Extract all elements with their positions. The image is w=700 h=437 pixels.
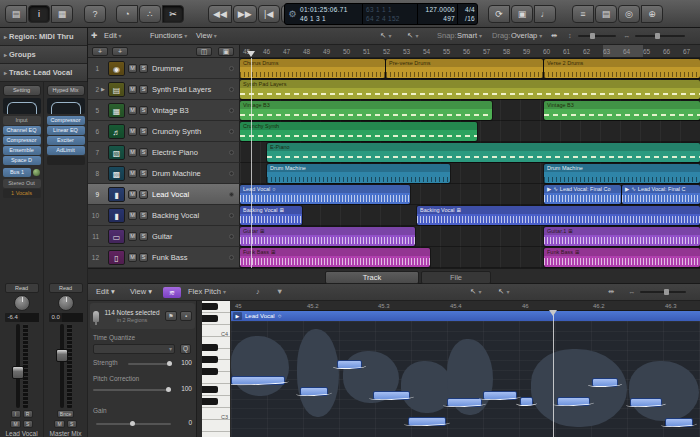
editors-button[interactable]: ✂ bbox=[162, 5, 184, 23]
settings-button[interactable]: ⊕ bbox=[641, 5, 663, 23]
mute-button[interactable]: M bbox=[10, 420, 20, 428]
track-mute-button[interactable]: M bbox=[128, 85, 137, 94]
inspector-button[interactable]: i bbox=[28, 5, 50, 23]
fx-slot-0[interactable]: Channel EQ bbox=[3, 126, 41, 135]
pitch-correction-slider[interactable] bbox=[93, 389, 171, 391]
region-vintage-b3[interactable]: Vintage B3 bbox=[240, 101, 492, 120]
pitch-note-0[interactable] bbox=[231, 376, 285, 385]
smart-controls-button[interactable]: ∴ bbox=[139, 5, 161, 23]
quick-help-button[interactable]: ? bbox=[84, 5, 106, 23]
input-slot[interactable]: Input bbox=[3, 116, 41, 125]
lcd-gear-icon[interactable]: ⚙ bbox=[285, 4, 300, 24]
take-play-icon[interactable]: ▶ bbox=[625, 185, 629, 193]
volume-fader[interactable] bbox=[60, 324, 64, 408]
track-header-guitar[interactable]: 11▭MSGuitar bbox=[88, 226, 240, 247]
region-funk-bass[interactable]: Funk Bass⊞ bbox=[544, 248, 700, 267]
cycle-button[interactable]: ⟳ bbox=[488, 5, 510, 23]
pitch-note-6[interactable] bbox=[483, 391, 517, 400]
black-key-1[interactable] bbox=[202, 315, 218, 322]
arrange-playhead[interactable] bbox=[251, 58, 252, 268]
eq-thumbnail[interactable] bbox=[47, 98, 85, 114]
channel-preset-button[interactable]: Hyped Mix bbox=[47, 85, 85, 96]
send-slot[interactable]: Bus 1 bbox=[3, 168, 31, 177]
track-header-crunchy-synth[interactable]: 6♬MSCrunchy Synth bbox=[88, 121, 240, 142]
take-comp-icon[interactable]: ∿ bbox=[553, 185, 558, 193]
region-synth-pad-layers[interactable]: Synth Pad Layers bbox=[240, 80, 700, 99]
region-play-icon[interactable]: ▶ bbox=[233, 312, 242, 320]
cmd-click-tool-menu[interactable]: ↖ ▾ bbox=[407, 28, 418, 44]
editor-ruler[interactable]: 4545.245.345.44646.246.3 bbox=[231, 301, 700, 311]
fx-slot-3[interactable]: Space D bbox=[3, 156, 41, 165]
add-track-button[interactable]: + bbox=[92, 47, 108, 56]
eq-thumbnail[interactable] bbox=[3, 98, 41, 114]
bar-ruler[interactable]: 4546474849505152535455565758596061626364… bbox=[240, 45, 700, 58]
record-enable-dot[interactable] bbox=[229, 150, 234, 155]
take-play-icon[interactable]: ▶ bbox=[547, 185, 551, 193]
selection-flag-button[interactable]: ⚑ bbox=[165, 311, 177, 321]
editor-zoom-slider[interactable] bbox=[640, 291, 686, 293]
pitch-note-3[interactable] bbox=[373, 391, 410, 400]
pitch-note-4[interactable] bbox=[408, 417, 446, 426]
menu-view[interactable]: View ▾ bbox=[196, 28, 217, 44]
track-mute-button[interactable]: M bbox=[128, 64, 137, 73]
playhead-marker[interactable] bbox=[247, 51, 255, 57]
automation-mode-button[interactable]: Read bbox=[49, 283, 83, 293]
track-header-funk-bass[interactable]: 12▯MSFunk Bass bbox=[88, 247, 240, 268]
time-quantize-dropdown[interactable]: ▾ bbox=[93, 344, 175, 354]
black-key-4[interactable] bbox=[202, 368, 218, 375]
region-drum-machine[interactable]: Drum Machine bbox=[544, 164, 700, 183]
output-slot[interactable]: Stereo Out bbox=[3, 179, 41, 188]
strength-slider[interactable] bbox=[128, 363, 172, 365]
pitch-note-9[interactable] bbox=[592, 378, 618, 387]
forward-button[interactable]: ▶▶ bbox=[233, 5, 257, 23]
black-key-3[interactable] bbox=[202, 356, 218, 363]
note-pads-button[interactable]: ▤ bbox=[595, 5, 617, 23]
strip-button-i[interactable]: I bbox=[11, 410, 21, 418]
region-lead-vocal[interactable]: Lead Vocal○ bbox=[240, 185, 410, 204]
track-solo-button[interactable]: S bbox=[139, 232, 148, 241]
library-button[interactable]: ▤ bbox=[5, 5, 27, 23]
editor-cmd-tool-menu[interactable]: ↖ ▾ bbox=[498, 284, 509, 300]
track-header-drummer[interactable]: 1◉MSDrummer bbox=[88, 58, 240, 79]
pitch-note-area[interactable] bbox=[231, 321, 700, 437]
pitch-note-8[interactable] bbox=[557, 397, 590, 406]
arrange-area[interactable]: Chorus DrumsPre-verse DrumsVerse 2 Drums… bbox=[240, 58, 700, 268]
gain-slider[interactable] bbox=[96, 423, 171, 425]
editor-tab-track[interactable]: Track bbox=[325, 271, 419, 284]
fader-cap[interactable] bbox=[12, 366, 24, 379]
region-backing-vocal[interactable]: Backing Vocal⊞ bbox=[417, 206, 700, 225]
track-header-lead-vocal[interactable]: 9▮MSLead Vocal bbox=[88, 184, 240, 205]
selection-marker-button[interactable]: ▪ bbox=[180, 311, 192, 321]
media-browser-button[interactable]: ▦ bbox=[51, 5, 73, 23]
region-vintage-b3[interactable]: Vintage B3 bbox=[544, 101, 700, 120]
track-solo-button[interactable]: S bbox=[139, 211, 148, 220]
region-drum-machine[interactable]: Drum Machine bbox=[267, 164, 450, 183]
snap-menu[interactable]: Smart ▾ bbox=[457, 28, 482, 44]
list-editors-button[interactable]: ≡ bbox=[572, 5, 594, 23]
track-solo-button[interactable]: S bbox=[139, 85, 148, 94]
track-solo-button[interactable]: S bbox=[139, 190, 148, 199]
automation-mode-button[interactable]: Read bbox=[5, 283, 39, 293]
region-backing-vocal[interactable]: Backing Vocal⊞ bbox=[240, 206, 302, 225]
lcd-display[interactable]: ⚙ 01:01:25:06.71 46 1 3 1 63 1 1 1 64 2 … bbox=[284, 3, 478, 25]
pitch-note-2[interactable] bbox=[337, 360, 362, 369]
rewind-button[interactable]: ◀◀ bbox=[208, 5, 232, 23]
pitch-note-5[interactable] bbox=[447, 398, 482, 407]
fx-slot-2[interactable]: Ensemble bbox=[3, 146, 41, 155]
region-crunchy-synth[interactable]: Crunchy Synth bbox=[240, 122, 477, 141]
black-key-0[interactable] bbox=[202, 303, 218, 310]
flex-mode-menu[interactable]: Flex Pitch ▾ bbox=[188, 284, 226, 300]
editor-playhead-marker[interactable] bbox=[549, 310, 557, 316]
track-header-drum-machine[interactable]: 8▩MSDrum Machine bbox=[88, 163, 240, 184]
group-slot[interactable]: 1 Vocals bbox=[3, 189, 41, 198]
fx-slot-2[interactable]: Exciter bbox=[47, 136, 85, 145]
drag-menu[interactable]: Overlap ▾ bbox=[511, 28, 542, 44]
stop-button[interactable]: |◀ bbox=[258, 5, 280, 23]
track-header-synth-pad-layers[interactable]: 2▶▤MSSynth Pad Layers bbox=[88, 79, 240, 100]
pan-knob[interactable] bbox=[14, 295, 30, 311]
pitch-note-1[interactable] bbox=[300, 387, 328, 396]
menu-functions[interactable]: Functions ▾ bbox=[150, 28, 187, 44]
left-click-tool-menu[interactable]: ↖ ▾ bbox=[380, 28, 391, 44]
track-solo-button[interactable]: S bbox=[139, 106, 148, 115]
flex-pitch-canvas[interactable]: 4545.245.345.44646.246.3 ▶ Lead Vocal ○ bbox=[231, 301, 700, 437]
